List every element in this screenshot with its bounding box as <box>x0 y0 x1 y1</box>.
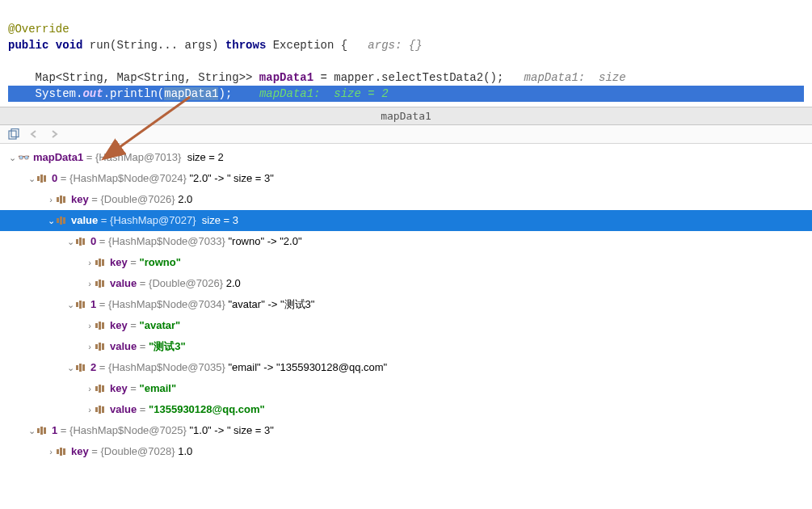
key-label: key <box>110 253 128 272</box>
expand-arrow-icon[interactable]: ⌄ <box>26 421 37 440</box>
expand-arrow-icon[interactable]: ⌄ <box>65 232 76 251</box>
expand-arrow-icon[interactable]: › <box>45 442 57 461</box>
tree-value-row-selected[interactable]: ⌄ value = {HashMap@7027} size = 3 <box>0 210 812 231</box>
tree-node-row[interactable]: ⌄ 0 = {HashMap$Node@7024} "2.0" -> " siz… <box>0 168 812 189</box>
value-label: value <box>110 274 137 293</box>
index-label: 2 <box>90 358 96 377</box>
type-label: {Double@7026} <box>101 190 175 209</box>
value-label: value <box>110 337 137 356</box>
tree-value-row[interactable]: › value = {Double@7026} 2.0 <box>0 273 812 294</box>
debugger-panel-title: mapData1 <box>0 107 812 125</box>
value-label: 2.0 <box>226 274 241 293</box>
map-entry-icon <box>76 363 87 372</box>
tree-node-row[interactable]: ⌄ 1 = {HashMap$Node@7034} "avatar" -> "测… <box>0 294 812 315</box>
value-label: 2.0 <box>178 190 192 209</box>
value-label: "rowno" <box>140 253 181 272</box>
copy-icon[interactable] <box>8 128 21 140</box>
type-label: {HashMap@7027} <box>110 211 196 230</box>
watch-icon: 👓 <box>18 148 30 167</box>
expand-arrow-icon[interactable]: ⌄ <box>26 169 37 188</box>
highlighted-variable: mapData1 <box>164 87 218 100</box>
tree-key-row[interactable]: › key = "rowno" <box>0 252 812 273</box>
variable-mapData1: mapData1 <box>259 71 313 84</box>
close-paren: ); <box>218 87 232 100</box>
value-label: "avatar" <box>140 316 181 335</box>
keyword-throws: throws <box>225 39 266 52</box>
map-entry-icon <box>95 342 107 351</box>
expand-arrow-icon[interactable]: › <box>84 253 95 272</box>
type-label: {HashMap$Node@7025} <box>69 421 187 440</box>
value-label: "2.0" -> " size = 3" <box>189 169 273 188</box>
value-label: value <box>71 211 98 230</box>
value-label: "1355930128@qq.com" <box>149 400 265 419</box>
tree-key-row[interactable]: › key = "email" <box>0 378 812 399</box>
index-label: 1 <box>52 421 57 440</box>
expand-arrow-icon[interactable]: › <box>84 316 95 335</box>
debugger-toolbar <box>0 125 812 144</box>
expand-arrow-icon[interactable]: › <box>84 337 95 356</box>
tree-key-row[interactable]: › key = {Double@7026} 2.0 <box>0 189 812 210</box>
variables-tree[interactable]: ⌄ 👓 mapData1 = {HashMap@7013} size = 2 ⌄… <box>0 144 812 465</box>
expand-arrow-icon[interactable]: ⌄ <box>65 295 76 314</box>
map-entry-icon <box>95 405 107 414</box>
inline-comment: args: {} <box>368 39 422 52</box>
keyword-public: public <box>8 39 48 52</box>
value-label: 1.0 <box>178 442 192 461</box>
inline-comment: mapData1: size <box>524 71 626 84</box>
map-entry-icon <box>95 258 107 267</box>
expand-arrow-icon[interactable]: › <box>45 190 57 209</box>
type-label: {Double@7028} <box>101 442 175 461</box>
map-entry-icon <box>76 237 87 246</box>
system-ref: System. <box>36 87 83 100</box>
tree-root-row[interactable]: ⌄ 👓 mapData1 = {HashMap@7013} size = 2 <box>0 147 812 168</box>
map-entry-icon <box>95 384 107 393</box>
tree-node-row[interactable]: ⌄ 0 = {HashMap$Node@7033} "rowno" -> "2.… <box>0 231 812 252</box>
value-label: "1.0" -> " size = 3" <box>189 421 273 440</box>
size-label: size = 3 <box>202 211 238 230</box>
tree-node-row[interactable]: ⌄ 2 = {HashMap$Node@7035} "email" -> "13… <box>0 357 812 378</box>
index-label: 0 <box>52 169 57 188</box>
tree-value-row[interactable]: › value = "测试3" <box>0 336 812 357</box>
tree-node-row[interactable]: ⌄ 1 = {HashMap$Node@7025} "1.0" -> " siz… <box>0 420 812 441</box>
method-name: run <box>90 39 110 52</box>
value-label: "email" <box>140 379 177 398</box>
value-label: "email" -> "1355930128@qq.com" <box>228 358 387 377</box>
map-entry-icon <box>37 426 48 435</box>
runtime-comment: mapData1: size = 2 <box>259 87 389 100</box>
keyword-void: void <box>56 39 83 52</box>
expand-arrow-icon[interactable]: ⌄ <box>6 148 18 167</box>
exception-type: Exception { <box>273 39 347 52</box>
value-label: value <box>110 400 137 419</box>
expand-arrow-icon[interactable]: ⌄ <box>65 358 76 377</box>
type-label: {HashMap@7013} <box>95 148 181 167</box>
map-entry-icon <box>57 447 68 456</box>
svg-rect-2 <box>11 129 19 137</box>
annotation: @Override <box>8 23 69 36</box>
var-label: mapData1 <box>33 148 83 167</box>
method-params: (String... args) <box>110 39 218 52</box>
type-label: {HashMap$Node@7035} <box>108 358 225 377</box>
forward-arrow-icon[interactable] <box>48 129 60 139</box>
type-label: {HashMap$Node@7024} <box>69 169 187 188</box>
index-label: 1 <box>90 295 96 314</box>
code-editor[interactable]: @Override public void run(String... args… <box>0 0 812 107</box>
key-label: key <box>71 442 89 461</box>
mapper-ref: mapper <box>334 71 374 84</box>
map-entry-icon <box>57 216 68 225</box>
tree-key-row[interactable]: › key = "avatar" <box>0 315 812 336</box>
highlighted-code-line[interactable]: System.out.println(mapData1); mapData1: … <box>8 86 804 102</box>
expand-arrow-icon[interactable]: › <box>84 400 95 419</box>
type-label: {HashMap$Node@7033} <box>108 232 225 251</box>
index-label: 0 <box>90 232 96 251</box>
svg-rect-1 <box>9 131 16 139</box>
expand-arrow-icon[interactable]: › <box>84 274 95 293</box>
value-label: "测试3" <box>149 337 186 356</box>
tree-key-row[interactable]: › key = {Double@7028} 1.0 <box>0 441 812 462</box>
map-entry-icon <box>57 195 68 204</box>
out-field: out <box>82 87 103 100</box>
back-arrow-icon[interactable] <box>29 129 40 139</box>
tree-value-row[interactable]: › value = "1355930128@qq.com" <box>0 399 812 420</box>
expand-arrow-icon[interactable]: › <box>84 379 95 398</box>
expand-arrow-icon[interactable]: ⌄ <box>45 211 57 230</box>
map-entry-icon <box>37 174 48 183</box>
